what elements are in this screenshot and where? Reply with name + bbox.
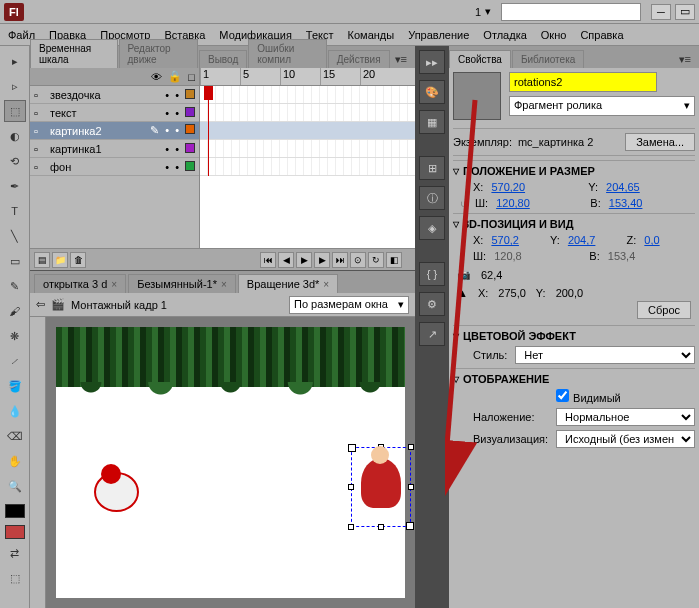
next-frame-button[interactable]: ▶ <box>314 252 330 268</box>
zoom-tool[interactable]: 🔍 <box>4 475 26 497</box>
rectangle-tool[interactable]: ▭ <box>4 250 26 272</box>
panel-menu-icon[interactable]: ▾≡ <box>391 51 411 68</box>
snap-option-icon[interactable]: ⬚ <box>4 567 26 589</box>
h-value[interactable]: 153,40 <box>609 197 695 209</box>
deco-tool[interactable]: ❋ <box>4 325 26 347</box>
tab-timeline[interactable]: Временная шкала <box>30 39 118 68</box>
vp-y-value[interactable]: 200,0 <box>556 287 584 299</box>
frame-ruler[interactable]: 15101520 <box>200 68 415 86</box>
outline-color-swatch[interactable] <box>185 89 195 99</box>
outline-color-swatch[interactable] <box>185 124 195 134</box>
pencil-tool[interactable]: ✎ <box>4 275 26 297</box>
x-value[interactable]: 570,20 <box>491 181 580 193</box>
reset-button[interactable]: Сброс <box>637 301 691 319</box>
frame-row[interactable] <box>200 122 415 140</box>
visibility-dot[interactable]: • <box>165 89 169 101</box>
layer-row[interactable]: ▫звездочка•• <box>30 86 199 104</box>
swap-button[interactable]: Замена... <box>625 133 695 151</box>
visibility-dot[interactable]: • <box>165 143 169 155</box>
collapse-icon[interactable]: ▽ <box>453 332 459 341</box>
pen-tool[interactable]: ✒ <box>4 175 26 197</box>
line-tool[interactable]: ╲ <box>4 225 26 247</box>
collapse-icon[interactable]: ▽ <box>453 220 459 229</box>
menu-commands[interactable]: Команды <box>348 29 395 41</box>
eraser-tool[interactable]: ⌫ <box>4 425 26 447</box>
instance-name-input[interactable] <box>509 72 657 92</box>
transform-panel-icon[interactable]: ◈ <box>419 216 445 240</box>
stroke-color-swatch[interactable] <box>5 504 25 518</box>
collapse-icon[interactable]: ▽ <box>453 375 459 384</box>
frame-row[interactable] <box>200 158 415 176</box>
delete-layer-button[interactable]: 🗑 <box>70 252 86 268</box>
outline-color-swatch[interactable] <box>185 107 195 117</box>
menu-window[interactable]: Окно <box>541 29 567 41</box>
santa-sprite-selected[interactable] <box>351 447 411 527</box>
link-wh-icon[interactable]: ⟒ <box>457 197 471 209</box>
document-tab[interactable]: Безымянный-1*× <box>128 274 236 293</box>
playhead[interactable] <box>208 86 209 176</box>
lock-dot[interactable]: • <box>175 124 179 137</box>
3d-z-value[interactable]: 0,0 <box>644 234 695 246</box>
lock-dot[interactable]: • <box>175 107 179 119</box>
close-tab-icon[interactable]: × <box>111 279 117 290</box>
visible-checkbox[interactable] <box>556 389 569 402</box>
layer-row[interactable]: ▫текст•• <box>30 104 199 122</box>
center-frame-button[interactable]: ⊙ <box>350 252 366 268</box>
visibility-dot[interactable]: • <box>165 124 169 137</box>
align-panel-icon[interactable]: ⊞ <box>419 156 445 180</box>
scene-name[interactable]: Монтажный кадр 1 <box>71 299 167 311</box>
tab-library[interactable]: Библиотека <box>512 50 584 68</box>
first-frame-button[interactable]: ⏮ <box>260 252 276 268</box>
onion-skin-button[interactable]: ◧ <box>386 252 402 268</box>
sheep-sprite[interactable] <box>86 457 146 537</box>
perspective-value[interactable]: 62,4 <box>481 269 502 281</box>
hand-tool[interactable]: ✋ <box>4 450 26 472</box>
outline-column-icon[interactable]: □ <box>188 71 195 83</box>
layer-row[interactable]: ▫картинка2✎•• <box>30 122 199 140</box>
y-value[interactable]: 204,65 <box>606 181 695 193</box>
bone-tool[interactable]: ⟋ <box>4 350 26 372</box>
workspace-dropdown-icon[interactable]: ▾ <box>485 5 491 18</box>
lock-dot[interactable]: • <box>175 161 179 173</box>
visibility-dot[interactable]: • <box>165 107 169 119</box>
selection-tool[interactable]: ▸ <box>4 50 26 72</box>
props-panel-menu-icon[interactable]: ▾≡ <box>675 51 695 68</box>
zoom-select[interactable]: По размерам окна ▾ <box>289 296 409 314</box>
visible-checkbox-label[interactable]: Видимый <box>556 389 695 404</box>
lock-column-icon[interactable]: 🔒 <box>168 70 182 83</box>
document-tab[interactable]: открытка 3 d× <box>34 274 126 293</box>
motion-presets-icon[interactable]: ↗ <box>419 322 445 346</box>
new-folder-button[interactable]: 📁 <box>52 252 68 268</box>
eyedropper-tool[interactable]: 💧 <box>4 400 26 422</box>
free-transform-tool[interactable]: ⬚ <box>4 100 26 122</box>
style-select[interactable]: Нет <box>515 346 695 364</box>
prev-frame-button[interactable]: ◀ <box>278 252 294 268</box>
swatches-panel-icon[interactable]: ▦ <box>419 110 445 134</box>
menu-debug[interactable]: Отладка <box>483 29 526 41</box>
3d-rotation-tool[interactable]: ◐ <box>4 125 26 147</box>
lasso-tool[interactable]: ⟲ <box>4 150 26 172</box>
search-input[interactable] <box>501 3 641 21</box>
last-frame-button[interactable]: ⏭ <box>332 252 348 268</box>
new-layer-button[interactable]: ▤ <box>34 252 50 268</box>
tab-properties[interactable]: Свойства <box>449 50 511 68</box>
loop-button[interactable]: ↻ <box>368 252 384 268</box>
tab-motion-editor[interactable]: Редактор движе <box>119 39 198 68</box>
lock-dot[interactable]: • <box>175 143 179 155</box>
vp-x-value[interactable]: 275,0 <box>498 287 526 299</box>
outline-color-swatch[interactable] <box>185 161 195 171</box>
maximize-button[interactable]: ▭ <box>675 4 695 20</box>
fill-color-swatch[interactable] <box>5 525 25 539</box>
tab-compiler-errors[interactable]: Ошибки компил <box>248 39 327 68</box>
stage[interactable] <box>56 327 405 598</box>
layer-row[interactable]: ▫картинка1•• <box>30 140 199 158</box>
3d-x-value[interactable]: 570,2 <box>491 234 542 246</box>
play-button[interactable]: ▶ <box>296 252 312 268</box>
collapse-icon[interactable]: ▽ <box>453 167 459 176</box>
visibility-column-icon[interactable]: 👁 <box>151 71 162 83</box>
document-tab[interactable]: Вращение 3d*× <box>238 274 338 293</box>
tab-output[interactable]: Вывод <box>199 50 247 68</box>
info-panel-icon[interactable]: ⓘ <box>419 186 445 210</box>
symbol-type-select[interactable]: Фрагмент ролика▾ <box>509 96 695 116</box>
w-value[interactable]: 120,80 <box>496 197 582 209</box>
